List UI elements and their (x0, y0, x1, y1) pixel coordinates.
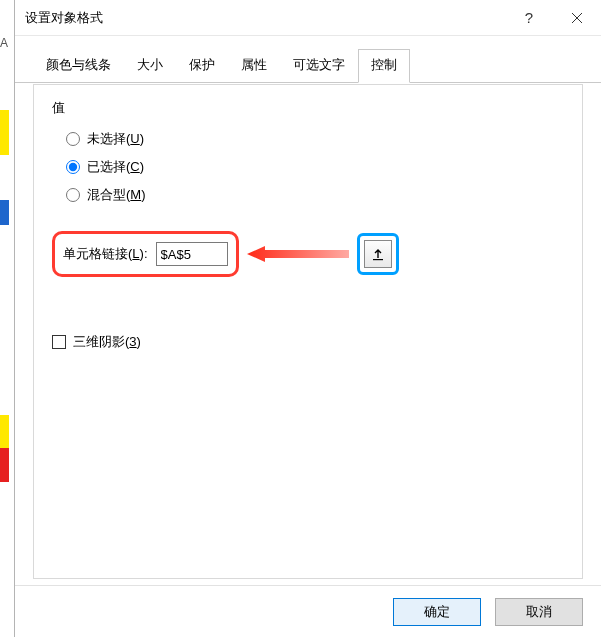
checkbox-icon (52, 335, 66, 349)
svg-marker-0 (247, 246, 349, 262)
range-picker-button[interactable] (364, 240, 392, 268)
radio-mixed[interactable]: 混合型(M) (66, 181, 564, 209)
ok-button[interactable]: 确定 (393, 598, 481, 626)
format-object-dialog: 设置对象格式 ? 颜色与线条 大小 保护 属性 可选文字 控制 值 未选择(U)… (14, 0, 601, 637)
annotation-arrow (247, 244, 349, 264)
tab-control[interactable]: 控制 (358, 49, 410, 83)
dialog-title: 设置对象格式 (25, 9, 505, 27)
tab-protection[interactable]: 保护 (176, 49, 228, 83)
shadow-checkbox[interactable]: 三维阴影(3) (52, 333, 564, 351)
svg-rect-1 (373, 259, 383, 260)
cell-link-input[interactable] (156, 242, 228, 266)
cell-link-highlight: 单元格链接(L): (52, 231, 239, 277)
tab-size[interactable]: 大小 (124, 49, 176, 83)
tab-strip: 颜色与线条 大小 保护 属性 可选文字 控制 (15, 36, 601, 83)
collapse-dialog-icon (371, 247, 385, 261)
tab-colors-lines[interactable]: 颜色与线条 (33, 49, 124, 83)
radio-unchecked[interactable]: 未选择(U) (66, 125, 564, 153)
cancel-button[interactable]: 取消 (495, 598, 583, 626)
range-picker-highlight (357, 233, 399, 275)
cell-link-label: 单元格链接(L): (63, 245, 148, 263)
radio-checked[interactable]: 已选择(C) (66, 153, 564, 181)
tab-alt-text[interactable]: 可选文字 (280, 49, 358, 83)
close-button[interactable] (553, 0, 601, 36)
tab-properties[interactable]: 属性 (228, 49, 280, 83)
dialog-footer: 确定 取消 (15, 585, 601, 637)
help-button[interactable]: ? (505, 0, 553, 36)
control-tab-panel: 值 未选择(U) 已选择(C) 混合型(M) 单元格链接(L): (33, 84, 583, 579)
bg-column-letter: A (0, 36, 8, 50)
titlebar: 设置对象格式 ? (15, 0, 601, 36)
value-group-label: 值 (52, 99, 564, 117)
